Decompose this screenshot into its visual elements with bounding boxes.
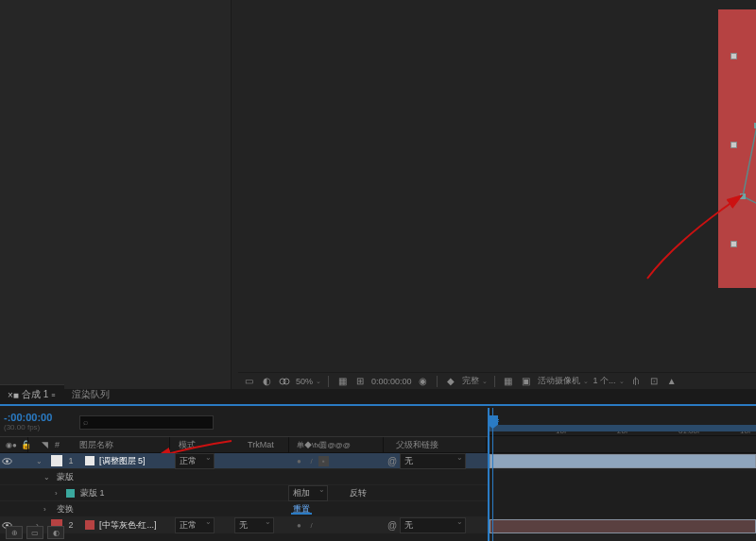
- pickwhip-icon[interactable]: @: [387, 520, 397, 531]
- blend-mode-dropdown[interactable]: 正常: [175, 453, 215, 469]
- tab-comp-label: 合成 1: [22, 388, 48, 401]
- timecode-value: -:00:00:00: [4, 413, 52, 423]
- svg-point-13: [6, 460, 9, 463]
- views-dropdown[interactable]: 1 个...⌄: [593, 375, 625, 387]
- transform-handle[interactable]: [730, 241, 737, 247]
- camera-dropdown[interactable]: 活动摄像机⌄: [538, 375, 589, 387]
- transform-handle[interactable]: [730, 142, 737, 148]
- twirl-icon[interactable]: ›: [55, 489, 64, 498]
- region-icon[interactable]: ◆: [444, 375, 457, 388]
- search-input[interactable]: [79, 415, 214, 430]
- preview-timecode: 0:00:00:00: [371, 377, 412, 386]
- view-options-icon[interactable]: ⫛: [629, 375, 643, 388]
- viewport: [0, 0, 756, 389]
- timeline-panel: -:00:00:00 (30.00 fps) ⌕ ⬡ ❖ ⧉ ◈ ◉ ⊞ ◐ ◉…: [0, 408, 756, 541]
- col-trkmat: TrkMat: [244, 440, 278, 449]
- mask-mode-dropdown[interactable]: 相加: [288, 485, 328, 501]
- blend-mode-dropdown[interactable]: 正常: [175, 517, 215, 533]
- pickwhip-icon[interactable]: @: [387, 456, 397, 466]
- snapshot-icon[interactable]: ◉: [417, 375, 430, 388]
- magnify-icon[interactable]: ▭: [242, 375, 255, 388]
- twirl-icon[interactable]: ⌄: [36, 457, 45, 465]
- grid-icon[interactable]: ▦: [502, 375, 515, 388]
- mask-name[interactable]: 蒙版 1: [77, 487, 105, 499]
- pixel-aspect-icon[interactable]: ⊡: [647, 375, 661, 388]
- footer-switches: ⊕ ▭ ◐: [6, 526, 64, 539]
- layer-index: 1: [64, 456, 77, 465]
- tab-render-queue[interactable]: 渲染队列: [64, 385, 119, 404]
- timeline-tracks[interactable]: )f 10f 20f 01:00f 10f: [488, 408, 756, 541]
- switch-adj[interactable]: ▪: [318, 456, 329, 466]
- svg-point-11: [284, 379, 289, 384]
- layer-index: 2: [64, 520, 77, 530]
- current-time-indicator[interactable]: [492, 408, 493, 541]
- transform-handle[interactable]: [730, 53, 737, 59]
- switch-fx[interactable]: /: [306, 456, 317, 466]
- tab-rq-label: 渲染队列: [72, 388, 110, 401]
- switch-solo[interactable]: ●: [294, 456, 304, 466]
- solid-layer[interactable]: [718, 9, 756, 288]
- tab-menu-icon[interactable]: ≡: [51, 392, 55, 398]
- layer-track-bar[interactable]: [490, 519, 756, 533]
- project-panel-area: [0, 0, 232, 389]
- timeline-tabs: ×■ 合成 1 ≡ 渲染队列: [0, 389, 756, 406]
- col-mode: 模式: [175, 439, 199, 451]
- parent-dropdown[interactable]: 无: [400, 453, 466, 469]
- resolution-dropdown[interactable]: 完整⌄: [462, 375, 488, 387]
- time-ruler[interactable]: )f 10f 20f 01:00f 10f: [490, 408, 756, 436]
- layer-search: ⌕: [76, 408, 217, 436]
- col-switches: 单◆\fx圆@@@: [293, 440, 354, 450]
- visibility-eye-icon[interactable]: [2, 456, 12, 466]
- twirl-icon[interactable]: ›: [43, 505, 53, 514]
- masks-label: 蒙版: [53, 471, 74, 483]
- alpha-icon[interactable]: [278, 375, 291, 388]
- composition-viewer[interactable]: [232, 0, 756, 389]
- trkmat-dropdown[interactable]: 无: [234, 517, 274, 533]
- col-layer-name: 图层名称: [76, 439, 117, 451]
- search-icon: ⌕: [83, 417, 88, 427]
- channel-icon[interactable]: ▣: [520, 375, 533, 388]
- switch-fx[interactable]: /: [306, 520, 317, 531]
- toggle-in-out-icon[interactable]: ◐: [47, 526, 64, 539]
- tab-composition[interactable]: ×■ 合成 1 ≡: [0, 384, 64, 404]
- layer-name[interactable]: [中等灰色-红...]: [96, 519, 160, 532]
- label-col-icon: ◥: [38, 440, 52, 449]
- guides-icon[interactable]: ⊞: [353, 375, 367, 388]
- fast-preview-icon[interactable]: ▲: [665, 375, 679, 388]
- twirl-icon[interactable]: ⌄: [43, 473, 53, 482]
- layer-type-icon: [85, 520, 94, 530]
- layer-name[interactable]: [调整图层 5]: [96, 455, 148, 467]
- mask-color-swatch[interactable]: [66, 489, 75, 498]
- layer-type-icon: [85, 456, 94, 465]
- toggle-modes-icon[interactable]: ▭: [26, 526, 43, 539]
- viewer-toolbar: ▭ ◐ 50%⌄ ▦ ⊞ 0:00:00:00 ◉ ◆ 完整⌄ ▦ ▣ 活动摄像…: [238, 372, 756, 389]
- switch-solo[interactable]: ●: [294, 520, 304, 531]
- resolution-icon[interactable]: ▦: [335, 375, 349, 388]
- current-timecode[interactable]: -:00:00:00 (30.00 fps): [0, 408, 76, 436]
- zoom-dropdown[interactable]: 50%⌄: [296, 377, 321, 386]
- toggle-switches-icon[interactable]: ⊕: [6, 526, 23, 539]
- mask-invert[interactable]: 反转: [350, 487, 367, 499]
- col-num: #: [51, 440, 63, 449]
- fps-label: (30.00 fps): [4, 423, 52, 431]
- lock-col-icon: 🔒: [17, 440, 35, 449]
- transform-label: 变换: [53, 503, 74, 516]
- parent-dropdown[interactable]: 无: [400, 517, 466, 533]
- render-icon: ×■: [8, 390, 19, 400]
- layer-track-bar[interactable]: [490, 454, 756, 468]
- label-color-swatch[interactable]: [51, 455, 62, 466]
- col-parent: 父级和链接: [392, 439, 442, 451]
- mask-mode-icon[interactable]: ◐: [260, 375, 273, 388]
